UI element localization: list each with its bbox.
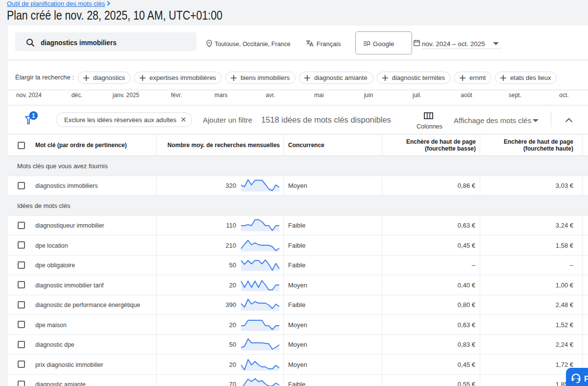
svg-text:1: 1: [32, 112, 35, 119]
